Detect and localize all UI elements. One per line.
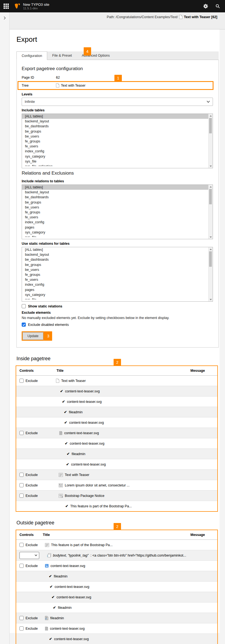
vertical-scrollbar[interactable] — [208, 114, 213, 168]
table-option[interactable]: pages — [22, 225, 209, 230]
table-option[interactable]: fe_groups — [22, 139, 209, 144]
row-title: ✔content-text-teaser.svg — [40, 595, 187, 599]
table-option[interactable]: be_users — [22, 205, 209, 210]
table-option[interactable]: fe_groups — [22, 272, 209, 277]
exclude-elements-note: No manually excluded elements yet. Exclu… — [22, 316, 213, 320]
message-cell — [187, 428, 217, 438]
tab-file-preset[interactable]: File & Preset — [47, 51, 77, 60]
table-option[interactable]: index_config — [22, 220, 209, 225]
scroll-up-arrow[interactable] — [209, 247, 213, 251]
table-option[interactable]: fe_groups — [22, 210, 209, 215]
static-relations-listbox[interactable]: [ALL tables]backend_layoutbe_dashboardsb… — [22, 247, 213, 302]
exclude-label: Exclude — [26, 483, 38, 487]
pagetree-collapse-rail[interactable] — [0, 12, 10, 644]
row-title: Bootstrap Package Notice — [53, 494, 187, 498]
table-option[interactable]: backend_layout — [22, 190, 209, 195]
table-option[interactable]: be_users — [22, 267, 209, 272]
message-cell — [187, 376, 217, 386]
table-option[interactable]: sys_category — [22, 292, 209, 297]
table-option[interactable]: sys_category — [22, 230, 209, 235]
include-tables-listbox[interactable]: [ALL tables]backend_layoutbe_dashboardsb… — [22, 114, 213, 168]
exclude-checkbox[interactable] — [19, 543, 24, 547]
exclude-checkbox[interactable] — [19, 473, 24, 477]
tab-advanced-options[interactable]: Advanced Options — [77, 51, 115, 60]
exclude-control: Exclude — [16, 379, 53, 383]
table-row: ✔fileadmin — [16, 571, 217, 582]
search-icon — [215, 4, 220, 9]
update-button[interactable]: Update — [22, 332, 43, 340]
title-cell: content-text-teaser.svg — [53, 428, 187, 438]
settings-button[interactable] — [201, 0, 210, 12]
table-option[interactable]: sys_file — [22, 159, 209, 164]
title-cell: ✔content-text-teaser.svg — [53, 397, 187, 407]
table-option[interactable]: [ALL tables] — [22, 185, 209, 190]
search-button[interactable] — [213, 0, 222, 12]
grid-menu-icon — [4, 4, 9, 9]
table-option[interactable]: backend_layout — [22, 252, 209, 257]
table-option[interactable]: be_users — [22, 134, 209, 139]
vertical-scrollbar[interactable] — [208, 185, 213, 239]
scroll-down-arrow[interactable] — [209, 298, 213, 301]
scroll-up-arrow[interactable] — [209, 114, 213, 118]
row-title-text: This feature is part of the Bootstrap Pa… — [70, 504, 132, 508]
table-option[interactable]: be_dashboards — [22, 124, 209, 129]
table-option[interactable]: be_groups — [22, 262, 209, 267]
message-header: Message — [187, 366, 217, 376]
scrollbar-thumb[interactable] — [209, 251, 212, 267]
relation-action-select[interactable] — [19, 552, 39, 559]
levels-select[interactable]: Infinite — [22, 98, 213, 106]
exclude-label: Exclude — [26, 473, 38, 477]
show-static-relations-label: Show static relations — [28, 304, 62, 308]
message-cell — [187, 602, 217, 613]
table-option[interactable]: pages — [22, 287, 209, 292]
show-static-relations-checkbox[interactable] — [22, 304, 26, 308]
exclude-checkbox[interactable] — [19, 564, 24, 568]
scrollbar-thumb[interactable] — [209, 118, 212, 133]
exclude-checkbox[interactable] — [19, 626, 24, 631]
table-row: ✔content-text-teaser.svg — [16, 438, 217, 449]
controls-cell: Exclude — [16, 623, 40, 634]
table-row: ✔fileadmin — [16, 449, 217, 459]
table-option[interactable]: fe_users — [22, 277, 209, 282]
include-relations-listbox[interactable]: [ALL tables]backend_layoutbe_dashboardsb… — [22, 185, 213, 239]
scroll-down-arrow[interactable] — [209, 235, 213, 239]
table-option[interactable]: backend_layout — [22, 119, 209, 124]
table-option[interactable]: index_config — [22, 149, 209, 154]
table-option[interactable]: [ALL tables] — [22, 247, 209, 252]
vertical-scrollbar[interactable] — [208, 247, 213, 301]
table-row: ✔content-text-teaser.svg — [16, 397, 217, 407]
exclude-disabled-checkbox[interactable] — [22, 323, 26, 327]
exclude-checkbox[interactable] — [19, 494, 24, 498]
relation-control — [16, 552, 40, 559]
row-title: ✔content-text-teaser.svg — [53, 389, 187, 393]
tree-row-highlight: 1 Tree Text with Teaser — [18, 81, 213, 90]
module-menu-button[interactable] — [0, 0, 12, 12]
table-option[interactable]: fe_users — [22, 215, 209, 220]
row-title-text: content-text-teaser.svg — [69, 421, 104, 425]
table-option[interactable]: be_groups — [22, 200, 209, 205]
table-option[interactable]: be_dashboards — [22, 257, 209, 262]
update-button-highlight: Update — [22, 331, 44, 341]
table-option[interactable]: be_groups — [22, 129, 209, 134]
tab-configuration[interactable]: Configuration — [16, 51, 47, 60]
row-title-text: content-text-teaser.svg — [64, 431, 99, 435]
scroll-down-arrow[interactable] — [209, 164, 213, 168]
row-title-text: content-text-teaser.svg — [71, 463, 106, 466]
controls-cell: Exclude — [16, 540, 40, 550]
scroll-up-arrow[interactable] — [209, 185, 213, 189]
table-option[interactable]: be_dashboards — [22, 195, 209, 200]
exclude-checkbox[interactable] — [19, 616, 24, 620]
exclude-checkbox[interactable] — [19, 483, 24, 487]
scrollbar-thumb[interactable] — [209, 189, 212, 204]
row-title: ✔content-text-teaser.svg — [53, 420, 187, 425]
typo3-brand[interactable]: New TYPO3 site 11.5.1-dev — [14, 2, 49, 10]
table-option[interactable]: [ALL tables] — [22, 114, 209, 119]
table-option[interactable]: sys_category — [22, 154, 209, 159]
exclude-checkbox[interactable] — [19, 431, 24, 435]
levels-selected-value: Infinite — [25, 100, 35, 104]
table-option[interactable]: index_config — [22, 282, 209, 287]
table-row: Excludecontent-text-teaser.svg — [16, 428, 217, 438]
exclude-checkbox[interactable] — [19, 379, 24, 383]
controls-cell — [16, 417, 53, 428]
table-option[interactable]: fe_users — [22, 144, 209, 149]
